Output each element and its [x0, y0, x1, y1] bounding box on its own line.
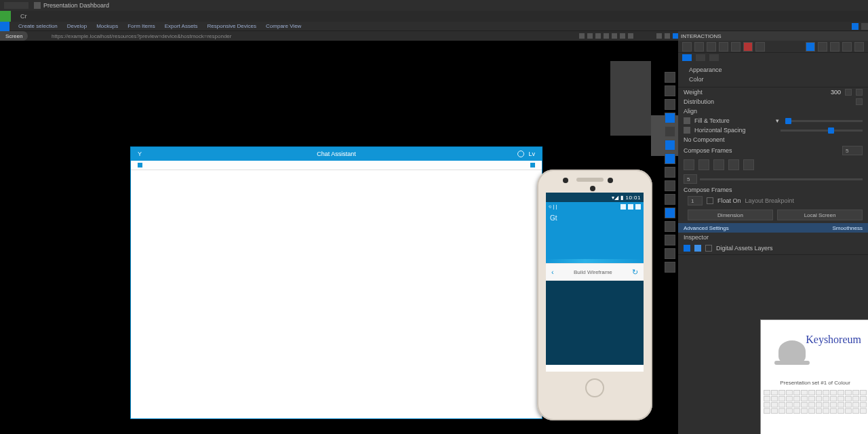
chevron-left-icon[interactable]: ‹ [551, 268, 554, 276]
phone-screen[interactable]: ▾◢ ▮ 10:01 ৩ | | Gt ‹ Build Wirefr [546, 193, 644, 372]
toolbar-icon[interactable] [731, 42, 741, 52]
align-icon[interactable] [684, 159, 694, 170]
tool-icon[interactable] [665, 262, 675, 273]
compose-select[interactable]: 5 [842, 146, 863, 155]
pref-slider[interactable] [700, 178, 863, 180]
tool-icon[interactable] [665, 167, 675, 178]
addr-tool-icon[interactable] [595, 33, 601, 39]
tool-icon[interactable] [665, 194, 675, 205]
appbar-icon[interactable] [628, 204, 633, 210]
checkbox[interactable] [707, 197, 713, 204]
toolbar-stop-icon[interactable] [743, 42, 753, 52]
float-select[interactable]: 1 [688, 196, 703, 205]
align-icon[interactable] [698, 159, 709, 170]
slider-knob[interactable] [785, 118, 791, 124]
preview-card[interactable]: Keyshoreum Presentation set #1 of Colour [761, 320, 868, 434]
menubar-right-icon[interactable] [861, 23, 868, 30]
addr-play-icon[interactable] [673, 33, 678, 39]
viewport[interactable]: Y Chat Assistant Lv [0, 41, 678, 434]
appbar-icon[interactable] [635, 204, 641, 210]
addr-tool-icon[interactable] [628, 33, 633, 39]
eyedropper-icon[interactable] [684, 117, 690, 124]
fill-slider[interactable] [785, 120, 863, 122]
tool-icon[interactable] [665, 99, 675, 110]
menubar-right-icon[interactable] [852, 23, 859, 30]
local-screen-button[interactable]: Local Screen [777, 210, 863, 220]
toolbar-dot-icon[interactable] [138, 163, 142, 167]
advanced-settings[interactable]: Advanced Settings Smoothness [678, 223, 868, 233]
phone-mock[interactable]: ▾◢ ▮ 10:01 ৩ | | Gt ‹ Build Wirefr [537, 170, 652, 420]
hspacing-slider[interactable] [781, 130, 863, 132]
align-icon[interactable] [728, 159, 739, 170]
appbar-left[interactable]: ৩ | | [549, 203, 557, 210]
eye-icon[interactable] [705, 245, 712, 252]
menu-item[interactable]: Compare View [261, 23, 306, 29]
share-icon[interactable]: ↻ [632, 268, 638, 277]
tool-icon[interactable] [665, 221, 675, 232]
toolbar-icon[interactable] [842, 42, 852, 52]
mode-icon[interactable] [709, 54, 719, 61]
dimension-button[interactable]: Dimension [688, 210, 773, 220]
toolbar-icon[interactable] [854, 42, 864, 52]
link-icon[interactable] [684, 127, 690, 134]
toolbar-play-icon[interactable] [806, 42, 815, 52]
toolbar-icon[interactable] [707, 42, 716, 52]
hamburger-icon[interactable] [0, 22, 9, 31]
value-weight[interactable]: 300 [831, 89, 841, 96]
stepper-icon[interactable] [845, 89, 852, 96]
align-icon[interactable] [743, 159, 754, 170]
browser-left[interactable]: Y [138, 151, 158, 157]
addr-tool-icon[interactable] [620, 33, 625, 39]
stepper-icon[interactable] [856, 89, 863, 96]
tool-icon[interactable] [665, 235, 675, 245]
toolbar-dot-icon[interactable] [530, 163, 535, 167]
addr-tool-icon[interactable] [656, 33, 662, 39]
addr-tool-icon[interactable] [665, 33, 670, 39]
layer-lock-icon[interactable] [694, 245, 701, 252]
tool-icon[interactable] [665, 72, 675, 83]
layer-group-label[interactable]: Digital Assets Layers [716, 245, 773, 252]
addr-tool-icon[interactable] [604, 33, 609, 39]
appbar-icon[interactable] [620, 204, 626, 210]
menu-item[interactable]: Responsive Devices [203, 23, 261, 29]
browser-right[interactable]: Lv [528, 151, 535, 157]
tool-icon[interactable] [665, 153, 675, 164]
panels-tab[interactable]: INTERACTIONS [678, 31, 868, 41]
viewport-badge[interactable]: Screen [0, 31, 28, 41]
addr-tool-icon[interactable] [612, 33, 617, 39]
addr-tool-icon[interactable] [579, 33, 585, 39]
slider-knob[interactable] [828, 127, 834, 134]
os-window-controls[interactable] [4, 2, 28, 9]
phone-body[interactable] [546, 281, 644, 365]
mode-icon[interactable] [696, 54, 705, 61]
tool-icon[interactable] [665, 208, 675, 218]
dist-icon[interactable] [856, 98, 863, 105]
url-text[interactable]: https://example.localhost/resources?prev… [52, 33, 231, 39]
toolbar-icon[interactable] [694, 42, 704, 52]
tab-file[interactable]: Cr [15, 13, 33, 20]
toolbar-icon[interactable] [719, 42, 728, 52]
clock-icon[interactable] [517, 151, 524, 157]
toolbar-icon[interactable] [830, 42, 840, 52]
toolbar-icon[interactable] [682, 42, 692, 52]
tool-icon[interactable] [665, 140, 675, 151]
browser-page[interactable] [131, 170, 542, 418]
toolbar-icon[interactable] [818, 42, 827, 52]
menu-item[interactable]: Export Assets [160, 23, 203, 29]
chevron-down-icon[interactable]: ▾ [776, 117, 781, 124]
browser-mock[interactable]: Y Chat Assistant Lv [130, 146, 542, 419]
tool-icon[interactable] [665, 126, 675, 137]
home-button[interactable] [585, 378, 604, 397]
mode-icon[interactable] [682, 54, 692, 61]
layer-visibility-icon[interactable] [684, 245, 690, 252]
file-icon[interactable] [0, 11, 11, 22]
tool-icon[interactable] [665, 85, 675, 96]
inspector-tab[interactable]: Inspector [684, 234, 863, 241]
menu-item[interactable]: Create selection [14, 23, 62, 29]
toolbar-icon[interactable] [755, 42, 765, 52]
menu-item[interactable]: Mockups [92, 23, 123, 29]
addr-tool-icon[interactable] [587, 33, 593, 39]
align-icon[interactable] [713, 159, 724, 170]
tool-icon[interactable] [665, 113, 675, 123]
tool-icon[interactable] [665, 180, 675, 191]
